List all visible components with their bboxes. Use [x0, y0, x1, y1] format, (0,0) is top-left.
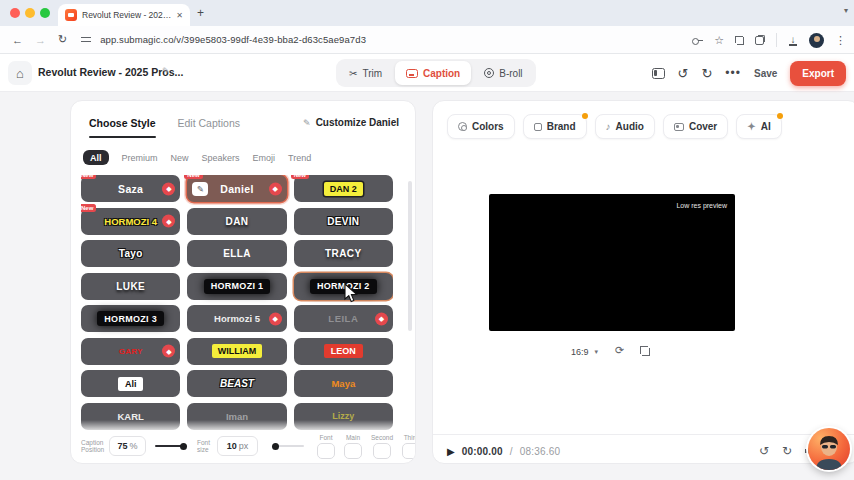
new-badge: New [81, 204, 96, 212]
style-tile-gary[interactable]: GARY◆ [81, 338, 180, 365]
tab-edit-captions[interactable]: Edit Captions [178, 117, 240, 129]
window-close-button[interactable] [10, 8, 20, 18]
style-tile-tracy[interactable]: TRACY [294, 240, 393, 267]
style-tile-dan-2[interactable]: DAN 2New [294, 175, 393, 202]
swatch-font-color[interactable] [317, 443, 335, 459]
style-tile-hormozi-5[interactable]: Hormozi 5◆ [187, 305, 286, 332]
filter-chip-trend[interactable]: Trend [288, 153, 311, 163]
styles-scrollbar[interactable] [408, 181, 412, 331]
replay-5-icon[interactable]: ↺ [759, 445, 769, 457]
submagic-editor-window: Revolut Review - 2025 Pros ✕ + ▾ ← → ↻ a… [0, 0, 854, 480]
tab-colors[interactable]: Colors [447, 114, 515, 139]
style-tile-hormozi-3[interactable]: HORMOZI 3 [81, 305, 180, 332]
rename-pencil-icon[interactable]: ✎ [162, 66, 170, 76]
style-tile-dan[interactable]: DAN [187, 208, 286, 235]
style-label: KARL [117, 411, 143, 422]
time-separator: / [510, 446, 513, 457]
new-tab-button[interactable]: + [197, 7, 204, 19]
forward-5-icon[interactable]: ↻ [782, 445, 792, 457]
shortcuts-panel-icon[interactable] [652, 68, 665, 79]
style-tile-karl[interactable]: KARL [81, 403, 180, 430]
style-tile-luke[interactable]: LUKE [81, 273, 180, 300]
filter-chip-speakers[interactable]: Speakers [202, 153, 240, 163]
submagic-favicon-icon [65, 9, 77, 21]
aspect-ratio-dropdown[interactable]: 16:9 ▾ [571, 347, 598, 357]
home-icon: ⌂ [16, 66, 24, 81]
browser-tab[interactable]: Revolut Review - 2025 Pros ✕ [58, 4, 190, 26]
style-tile-saza[interactable]: SazaNew◆ [81, 175, 180, 202]
filter-chip-all[interactable]: All [83, 150, 109, 165]
caption-controls: Caption Position 75 % Font size 10 px [81, 434, 407, 458]
undo-icon[interactable]: ↺ [678, 67, 689, 80]
style-tile-tayo[interactable]: Tayo [81, 240, 180, 267]
forward-icon[interactable]: → [35, 34, 46, 46]
style-tile-william[interactable]: WILLIAM [187, 338, 286, 365]
customize-style-button[interactable]: ✎ Customize Daniel [303, 117, 399, 128]
tab-choose-style[interactable]: Choose Style [89, 117, 156, 129]
style-label: HORMOZI 4 [104, 216, 157, 227]
crop-icon[interactable] [640, 346, 650, 356]
style-tile-leon[interactable]: LEON [294, 338, 393, 365]
style-tile-devin[interactable]: DEVIN [294, 208, 393, 235]
style-tile-leila[interactable]: LEILA◆ [294, 305, 393, 332]
support-chat-avatar[interactable] [808, 428, 850, 470]
site-info-icon[interactable] [81, 36, 91, 44]
browser-menu-icon[interactable]: ⋮ [835, 34, 846, 47]
home-button[interactable]: ⌂ [8, 61, 32, 85]
more-options-icon[interactable]: ••• [725, 66, 741, 80]
rotate-icon[interactable]: ⟳ [615, 345, 624, 356]
tab-share-icon[interactable] [755, 35, 765, 45]
style-tile-ella[interactable]: ELLA [187, 240, 286, 267]
style-tile-daniel[interactable]: ✎DanielNew◆ [187, 175, 286, 202]
url-text[interactable]: app.submagic.co/v/399e5803-99df-4e39-bba… [100, 34, 366, 45]
tab-brand[interactable]: Brand [523, 114, 587, 139]
swatch-second-color[interactable] [373, 443, 391, 459]
window-minimize-button[interactable] [25, 8, 35, 18]
tab-trim[interactable]: ✂ Trim [338, 61, 393, 85]
caption-position-input[interactable]: 75 % [109, 436, 146, 456]
tab-close-icon[interactable]: ✕ [176, 11, 183, 20]
filter-chip-new[interactable]: New [171, 153, 189, 163]
style-tile-maya[interactable]: Maya [294, 370, 393, 397]
tab-list-chevron-icon[interactable]: ▾ [844, 6, 848, 15]
tab-audio[interactable]: ♪Audio [595, 114, 655, 139]
swatch-main-color[interactable] [344, 443, 362, 459]
tab-ai[interactable]: ✦AI [736, 114, 781, 139]
save-button[interactable]: Save [754, 68, 777, 79]
password-key-icon[interactable] [692, 37, 703, 44]
premium-diamond-icon: ◆ [162, 215, 175, 228]
style-tile-hormozi-1[interactable]: HORMOZI 1 [187, 273, 286, 300]
video-preview[interactable]: Low res preview [489, 194, 735, 331]
bookmark-star-icon[interactable]: ☆ [714, 35, 724, 46]
customize-label: Customize Daniel [316, 117, 399, 128]
filter-chip-premium[interactable]: Premium [122, 153, 158, 163]
edit-style-pencil-icon[interactable]: ✎ [192, 182, 208, 196]
caption-position-slider[interactable] [155, 443, 187, 450]
font-size-input[interactable]: 10 px [217, 436, 258, 456]
font-size-slider[interactable] [272, 443, 304, 450]
style-tile-ali[interactable]: Ali [81, 370, 180, 397]
back-icon[interactable]: ← [12, 34, 23, 46]
export-button[interactable]: Export [790, 61, 846, 86]
play-button[interactable]: ▶ [447, 446, 455, 457]
browser-profile-avatar[interactable] [809, 33, 824, 48]
window-zoom-button[interactable] [40, 8, 50, 18]
reload-icon[interactable]: ↻ [58, 33, 67, 46]
style-tile-iman[interactable]: Iman [187, 403, 286, 430]
style-tile-beast[interactable]: BEAST [187, 370, 286, 397]
swatch-third-color[interactable] [402, 443, 416, 459]
style-label: Lizzy [332, 411, 354, 421]
fullscreen-icon[interactable] [735, 36, 744, 45]
tab-cover[interactable]: Cover [663, 114, 728, 139]
new-badge: New [81, 175, 96, 179]
style-tile-lizzy[interactable]: Lizzy [294, 403, 393, 430]
style-tile-hormozi-4[interactable]: HORMOZI 4New◆ [81, 208, 180, 235]
tab-caption[interactable]: Caption [395, 61, 471, 85]
style-label: ELLA [223, 248, 251, 259]
filter-chip-emoji[interactable]: Emoji [253, 153, 276, 163]
redo-icon[interactable]: ↻ [701, 67, 712, 80]
chevron-down-icon: ▾ [595, 348, 599, 356]
preview-panel-tabs: ColorsBrand♪AudioCover✦AI [447, 114, 782, 139]
downloads-icon[interactable]: ↓ [788, 35, 798, 46]
tab-broll[interactable]: B-roll [473, 61, 533, 85]
